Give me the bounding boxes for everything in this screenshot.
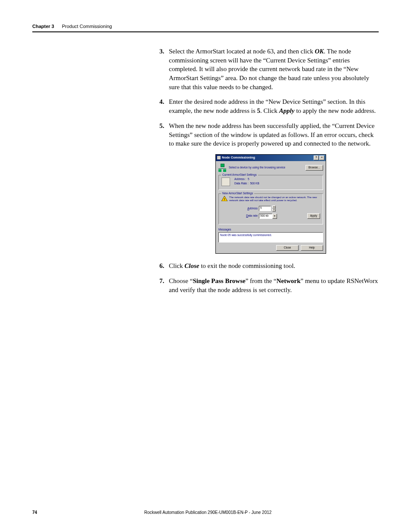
chapter-title: Product Commissioning — [62, 24, 112, 29]
step-3: Select the ArmorStart located at node 63… — [159, 47, 379, 91]
step-6: Click Close to exit the node commissioni… — [159, 261, 379, 271]
step-7: Choose “Single Pass Browse” from the “Ne… — [159, 277, 379, 294]
page-footer: 74 Rockwell Automation Publication 290E-… — [32, 510, 379, 515]
warning-icon: ! — [221, 196, 227, 201]
step-4: Enter the desired node address in the “N… — [159, 97, 379, 115]
messages-box: Node 05 was successfully commissioned. — [218, 232, 323, 243]
warning-text: The network data rate should not be chan… — [229, 196, 320, 202]
chapter-label: Chapter 3 — [32, 24, 54, 29]
titlebar-close-button[interactable]: × — [319, 156, 324, 160]
page-number: 74 — [32, 510, 37, 515]
svg-text:!: ! — [224, 197, 225, 201]
device-icon — [221, 177, 230, 186]
current-values: Address : 5 Data Rate : 500 KB — [234, 177, 259, 186]
new-settings-legend: New ArmorStart Settings — [221, 192, 254, 196]
app-icon — [217, 156, 221, 159]
messages-label: Messages — [218, 228, 323, 232]
dialog-title: Node Commissioning — [222, 156, 255, 160]
chevron-down-icon: ▼ — [272, 214, 277, 219]
data-rate-label: Data rate — [242, 214, 258, 218]
node-commissioning-dialog-figure: Node Commissioning ? × Select a device b… — [215, 154, 379, 254]
address-spinner[interactable]: ▲▼ — [272, 205, 276, 212]
titlebar-help-button[interactable]: ? — [314, 156, 319, 160]
browse-button[interactable]: Browse... — [305, 165, 323, 171]
browse-hint: Select a device by using the browsing se… — [229, 166, 303, 170]
apply-button[interactable]: Apply — [307, 213, 320, 219]
help-button[interactable]: Help — [301, 245, 323, 251]
current-settings-legend: Current ArmorStart Settings — [221, 173, 258, 177]
current-settings-fieldset: Current ArmorStart Settings Address : 5 … — [218, 175, 323, 190]
dialog-titlebar[interactable]: Node Commissioning ? × — [216, 155, 326, 161]
step-5: When the new node address has been succe… — [159, 121, 379, 148]
address-label: Address — [242, 207, 258, 211]
header-rule — [32, 31, 379, 32]
close-button[interactable]: Close — [276, 245, 299, 251]
network-icon — [218, 164, 226, 172]
publication-line: Rockwell Automation Publication 290E-UM0… — [37, 510, 379, 515]
new-settings-fieldset: New ArmorStart Settings ! The network da… — [218, 193, 323, 224]
page-header: Chapter 3 Product Commissioning — [32, 24, 379, 29]
dialog-window: Node Commissioning ? × Select a device b… — [215, 154, 326, 254]
data-rate-select[interactable]: 500 kb ▼ — [259, 214, 277, 219]
address-input[interactable]: 5 — [259, 206, 271, 211]
